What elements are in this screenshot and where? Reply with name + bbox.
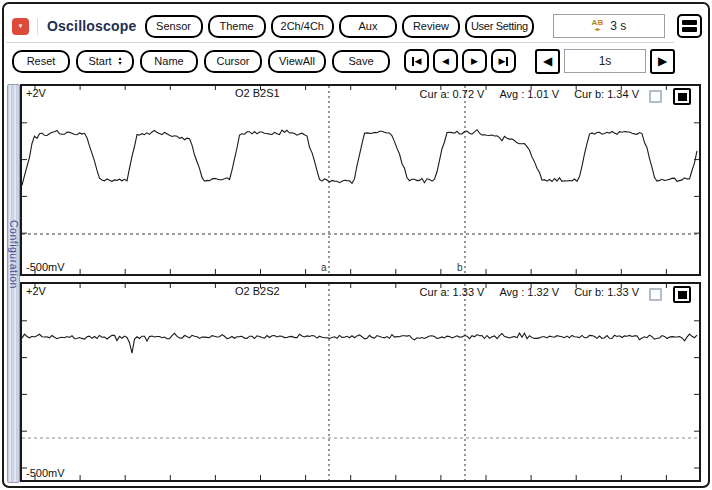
channel-checkbox-checked[interactable]	[673, 88, 691, 105]
top-scale-label: +2V	[26, 87, 46, 99]
top-scale-label: +2V	[26, 285, 46, 297]
save-button[interactable]: Save	[332, 50, 390, 73]
channel-title: O2 B2S2	[235, 285, 280, 297]
ab-icon-arrow-right: ▸	[597, 26, 600, 32]
cursor-b-value: Cur b: 1.34 V	[574, 88, 639, 100]
menu-bar-icon	[682, 27, 697, 32]
cursor-a-value: Cur a: 0.72 V	[420, 88, 485, 100]
title-divider	[37, 18, 38, 35]
cursor-a-label[interactable]: a	[321, 262, 327, 273]
sensor-button[interactable]: Sensor	[145, 15, 203, 38]
average-value: Avg : 1.32 V	[499, 286, 559, 298]
toolbar-separator	[6, 42, 674, 43]
right-arrow-icon: ▶	[499, 56, 506, 66]
bar-icon	[412, 57, 414, 66]
reset-button[interactable]: Reset	[12, 50, 70, 73]
interval-value: 1s	[564, 49, 646, 73]
cursor-b-value: Cur b: 1.33 V	[574, 286, 639, 298]
menu-bar-icon	[682, 20, 697, 25]
scope-panel-2: +2V O2 B2S2 Cur a: 1.33 V Avg : 1.32 V C…	[20, 282, 701, 482]
sidebar-label: Configuration	[8, 220, 20, 347]
interval-decrease-button[interactable]: ◀	[535, 49, 560, 74]
step-back-button[interactable]: ◀	[433, 49, 458, 73]
start-select-button[interactable]: Start ▴▾	[76, 50, 134, 73]
waveform-plot-2[interactable]	[22, 284, 699, 480]
aux-button[interactable]: Aux	[339, 15, 397, 38]
top-toolbar: ▾ Oscilloscope Sensor Theme 2Ch/4Ch Aux …	[12, 9, 702, 43]
caret-down-icon: ▾	[19, 22, 23, 30]
theme-button[interactable]: Theme	[208, 15, 266, 38]
cursor-button[interactable]: Cursor	[204, 50, 262, 73]
bar-icon	[506, 57, 508, 66]
app-menu-icon[interactable]: ▾	[12, 18, 29, 35]
second-toolbar: Reset Start ▴▾ Name Cursor ViewAll Save …	[12, 47, 702, 75]
skip-to-end-button[interactable]: ▶	[491, 49, 516, 73]
start-label: Start	[88, 55, 111, 67]
cursor-stats: Cur a: 1.33 V Avg : 1.32 V Cur b: 1.33 V	[420, 286, 639, 298]
bottom-scale-label: -500mV	[26, 261, 65, 273]
channel-title: O2 B2S1	[235, 87, 280, 99]
ab-time-readout: AB ◂▸ 3 s	[553, 14, 665, 38]
skip-to-start-button[interactable]: ◀	[404, 49, 429, 73]
configuration-sidebar-handle[interactable]: Configuration	[7, 84, 20, 483]
main-menu-button[interactable]	[677, 14, 702, 38]
spinner-updown-icon: ▴▾	[119, 56, 122, 66]
waveform-plot-1[interactable]	[22, 86, 699, 274]
name-button[interactable]: Name	[140, 50, 198, 73]
scope-panel-1: +2V O2 B2S1 Cur a: 0.72 V Avg : 1.01 V C…	[20, 84, 701, 276]
cursor-b-label[interactable]: b	[457, 262, 463, 273]
viewall-button[interactable]: ViewAll	[268, 50, 326, 73]
ab-cursor-delta-icon: AB ◂▸	[592, 19, 604, 33]
checkbox-fill	[678, 291, 687, 299]
right-arrow-icon: ▶	[658, 54, 667, 68]
left-arrow-icon: ◀	[543, 54, 552, 68]
left-arrow-icon: ◀	[415, 56, 422, 66]
channel-mode-button[interactable]: 2Ch/4Ch	[271, 15, 334, 38]
left-arrow-icon: ◀	[442, 56, 449, 66]
app-title: Oscilloscope	[47, 18, 137, 34]
cursor-a-value: Cur a: 1.33 V	[420, 286, 485, 298]
bottom-scale-label: -500mV	[26, 467, 65, 479]
cursor-stats: Cur a: 0.72 V Avg : 1.01 V Cur b: 1.34 V	[420, 88, 639, 100]
ab-time-value: 3 s	[610, 19, 626, 33]
oscilloscope-window: ▾ Oscilloscope Sensor Theme 2Ch/4Ch Aux …	[2, 2, 710, 488]
channel-checkbox-unchecked[interactable]	[649, 90, 662, 103]
step-forward-button[interactable]: ▶	[462, 49, 487, 73]
average-value: Avg : 1.01 V	[499, 88, 559, 100]
channel-checkbox-checked[interactable]	[673, 286, 691, 303]
interval-selector: ◀ 1s ▶	[535, 49, 675, 74]
channel-checkbox-unchecked[interactable]	[649, 288, 662, 301]
review-button[interactable]: Review	[402, 15, 460, 38]
checkbox-fill	[678, 93, 687, 101]
playback-controls: ◀ ◀ ▶ ▶	[404, 49, 516, 73]
user-setting-button[interactable]: User Setting	[465, 15, 534, 38]
right-arrow-icon: ▶	[471, 56, 478, 66]
interval-increase-button[interactable]: ▶	[650, 49, 675, 74]
